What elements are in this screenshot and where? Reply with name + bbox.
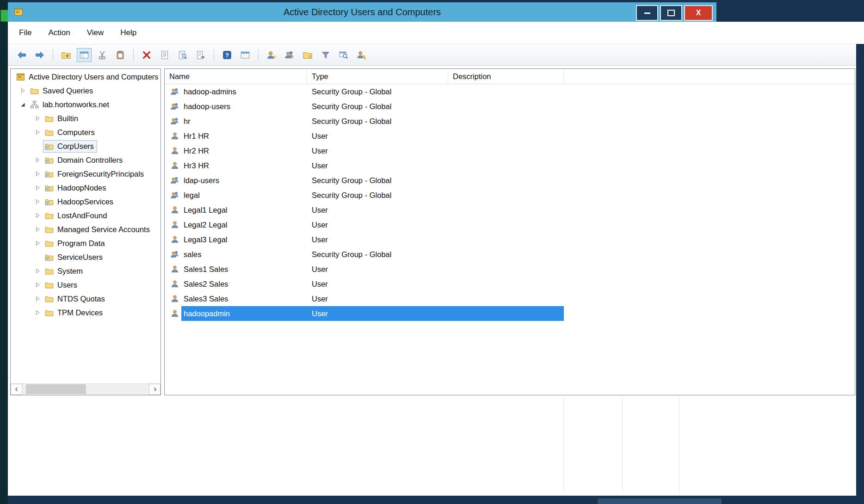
tree-item-managed-service-accounts[interactable]: Managed Service Accounts xyxy=(11,222,160,236)
list-row-sales1-sales[interactable]: Sales1 SalesUser xyxy=(165,262,855,277)
list-row-hadoopadmin[interactable]: hadoopadminUser xyxy=(165,306,855,321)
expand-arrow-icon[interactable] xyxy=(34,129,41,136)
tree-item-users[interactable]: Users xyxy=(11,278,160,292)
paste-icon[interactable] xyxy=(113,48,128,62)
expand-arrow-icon[interactable] xyxy=(34,115,41,122)
titlebar[interactable]: Active Directory Users and Computers X xyxy=(8,2,716,22)
tree-item-hadoopnodes[interactable]: HadoopNodes xyxy=(11,181,160,195)
list-row-hr3-hr[interactable]: Hr3 HRUser xyxy=(165,158,855,173)
list-row-sales3-sales[interactable]: Sales3 SalesUser xyxy=(165,291,855,306)
scroll-right-button[interactable] xyxy=(149,384,160,395)
column-header-name[interactable]: Name xyxy=(165,69,307,84)
list-row-legal3-legal[interactable]: Legal3 LegalUser xyxy=(165,232,855,247)
expand-arrow-icon[interactable] xyxy=(34,226,41,233)
tree-item-lostandfound[interactable]: LostAndFound xyxy=(11,209,160,222)
back-icon[interactable] xyxy=(14,48,29,62)
scrollbar-thumb[interactable] xyxy=(26,384,86,394)
properties-icon[interactable] xyxy=(157,48,172,62)
list-row-hadoop-users[interactable]: hadoop-usersSecurity Group - Global xyxy=(165,99,855,114)
cell-description xyxy=(448,217,564,232)
list-row-legal2-legal[interactable]: Legal2 LegalUser xyxy=(165,217,855,232)
tree-item-corpusers[interactable]: CorpUsers xyxy=(11,139,160,153)
expand-arrow-icon[interactable] xyxy=(34,184,41,191)
tree-item-builtin[interactable]: Builtin xyxy=(11,111,160,125)
expand-arrow-icon[interactable] xyxy=(34,240,41,247)
tree-item-active-directory-users-and-computers[interactable]: Active Directory Users and Computers xyxy=(11,70,160,84)
menu-action[interactable]: Action xyxy=(48,28,70,37)
tree-item-hadoopservices[interactable]: HadoopServices xyxy=(11,195,160,209)
expand-arrow-icon[interactable] xyxy=(34,281,41,289)
delete-icon[interactable] xyxy=(139,48,154,62)
find-icon[interactable] xyxy=(336,48,351,62)
expand-arrow-icon[interactable] xyxy=(19,87,26,94)
expand-arrow-icon[interactable] xyxy=(34,212,41,219)
cell-description xyxy=(448,114,564,129)
tree-item-program-data[interactable]: Program Data xyxy=(11,236,160,250)
menu-file[interactable]: File xyxy=(19,28,31,37)
tree-item-label: HadoopNodes xyxy=(57,184,106,192)
cell-description xyxy=(448,129,564,143)
column-header-description[interactable]: Description xyxy=(448,69,564,84)
cell-type: Security Group - Global xyxy=(307,99,448,114)
maximize-button[interactable] xyxy=(660,5,682,21)
change-user-icon[interactable] xyxy=(354,48,369,62)
expand-arrow-icon[interactable] xyxy=(34,170,41,178)
console-tree-icon[interactable] xyxy=(77,48,92,62)
list-row-hr1-hr[interactable]: Hr1 HRUser xyxy=(165,129,855,143)
tree-item-computers[interactable]: Computers xyxy=(11,125,160,139)
list-row-hr[interactable]: hrSecurity Group - Global xyxy=(165,114,855,129)
tree-item-label: TPM Devices xyxy=(57,308,103,317)
window-icon[interactable] xyxy=(238,48,253,62)
list-row-hr2-hr[interactable]: Hr2 HRUser xyxy=(165,143,855,158)
expand-arrow-icon[interactable] xyxy=(34,198,41,205)
export-list-icon[interactable] xyxy=(193,48,208,62)
forward-icon[interactable] xyxy=(32,48,47,62)
expand-arrow-icon[interactable] xyxy=(34,295,41,302)
list-row-sales2-sales[interactable]: Sales2 SalesUser xyxy=(165,277,855,291)
cell-type: User xyxy=(307,129,448,143)
tree-item-serviceusers[interactable]: ServiceUsers xyxy=(11,250,160,264)
cell-description xyxy=(448,99,564,114)
tree-item-system[interactable]: System xyxy=(11,264,160,278)
tree-item-inner: ForeignSecurityPrincipals xyxy=(43,168,147,180)
tree-item-ntds-quotas[interactable]: NTDS Quotas xyxy=(11,292,160,306)
minimize-button[interactable] xyxy=(636,5,658,21)
menu-help[interactable]: Help xyxy=(120,28,136,37)
up-one-level-icon[interactable] xyxy=(59,48,74,62)
column-header-type[interactable]: Type xyxy=(307,69,448,84)
menu-view[interactable]: View xyxy=(87,28,104,37)
cell-type: User xyxy=(307,262,448,277)
list-row-ldap-users[interactable]: ldap-usersSecurity Group - Global xyxy=(165,173,855,188)
list-row-legal1-legal[interactable]: Legal1 LegalUser xyxy=(165,203,855,217)
collapse-arrow-icon[interactable] xyxy=(19,101,26,108)
ou-icon xyxy=(44,183,54,193)
expand-arrow-icon[interactable] xyxy=(34,309,41,316)
cell-description xyxy=(448,143,564,158)
new-ou-icon[interactable] xyxy=(300,48,315,62)
tree-horizontal-scrollbar[interactable] xyxy=(11,383,160,395)
svg-text:?: ? xyxy=(225,52,229,59)
tree-item-domain-controllers[interactable]: Domain Controllers xyxy=(11,153,160,167)
tree-item-lab-hortonworks-net[interactable]: lab.hortonworks.net xyxy=(11,98,160,111)
scroll-left-button[interactable] xyxy=(11,384,22,395)
tree-item-saved-queries[interactable]: Saved Queries xyxy=(11,84,160,98)
help-icon[interactable]: ? xyxy=(220,48,235,62)
expand-arrow-icon[interactable] xyxy=(34,156,41,164)
list-row-legal[interactable]: legalSecurity Group - Global xyxy=(165,188,855,203)
ou-icon xyxy=(44,197,54,207)
tree-item-foreignsecurityprincipals[interactable]: ForeignSecurityPrincipals xyxy=(11,167,160,181)
new-user-icon[interactable] xyxy=(264,48,279,62)
tree-item-tpm-devices[interactable]: TPM Devices xyxy=(11,306,160,320)
new-group-icon[interactable] xyxy=(282,48,297,62)
cut-icon[interactable] xyxy=(95,48,110,62)
cell-name: Hr2 HR xyxy=(181,143,307,158)
scrollbar-track[interactable] xyxy=(22,384,149,395)
close-button[interactable]: X xyxy=(684,5,713,21)
filter-icon[interactable] xyxy=(318,48,333,62)
folder-icon xyxy=(30,86,39,96)
ou-icon xyxy=(44,252,54,262)
expand-arrow-icon[interactable] xyxy=(34,267,41,275)
list-row-hadoop-admins[interactable]: hadoop-adminsSecurity Group - Global xyxy=(165,84,855,99)
refresh-icon[interactable] xyxy=(175,48,190,62)
list-row-sales[interactable]: salesSecurity Group - Global xyxy=(165,247,855,262)
